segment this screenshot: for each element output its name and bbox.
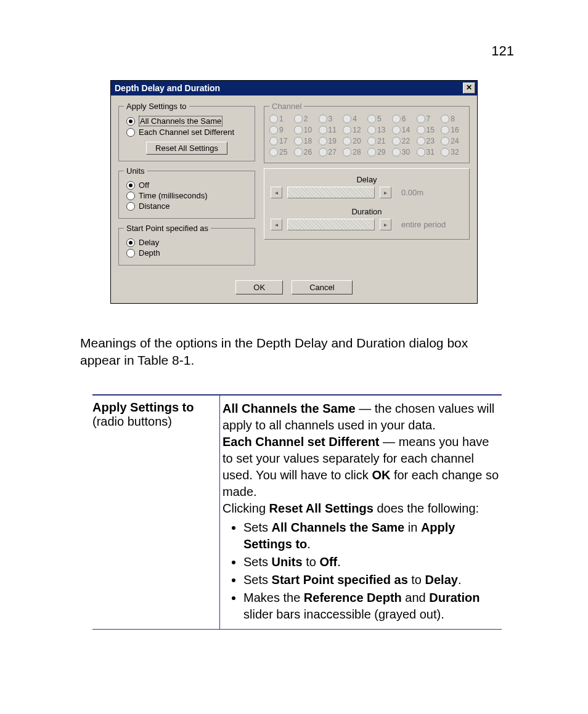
radio-icon	[319, 148, 327, 156]
text: Sets	[243, 555, 272, 569]
channel-radio: 26	[294, 148, 317, 156]
radio-icon	[269, 137, 278, 145]
channel-radio: 24	[441, 137, 464, 145]
list-item: Makes the Reference Depth and Duration s…	[243, 590, 502, 623]
channel-label: 21	[377, 137, 386, 145]
dialog-screenshot: Depth Delay and Duration ✕ Apply Setting…	[110, 80, 478, 304]
channel-radio: 21	[367, 137, 391, 145]
list-item: Sets All Channels the Same in Apply Sett…	[243, 519, 502, 553]
channel-radio: 4	[343, 115, 366, 123]
channel-radio: 10	[294, 126, 317, 134]
radio-icon	[343, 115, 351, 123]
radio-units-distance[interactable]: Distance	[126, 201, 250, 211]
channel-label: 15	[427, 126, 435, 134]
bullet-list: Sets All Channels the Same in Apply Sett…	[243, 519, 502, 623]
ok-button[interactable]: OK	[235, 280, 283, 294]
channel-group: Channel 12345678910111213141516171819202…	[264, 102, 470, 163]
channel-radio: 3	[319, 115, 342, 123]
radio-icon	[126, 249, 135, 258]
radio-label: Depth	[139, 248, 160, 258]
channel-radio: 16	[441, 126, 464, 134]
reset-all-settings-button[interactable]: Reset All Settings	[146, 142, 227, 155]
radio-label: Time (milliseconds)	[139, 191, 207, 200]
radio-icon	[126, 181, 135, 190]
channel-radio: 12	[343, 126, 366, 134]
text: OK	[372, 468, 390, 482]
duration-value: entire period	[401, 220, 446, 229]
delay-label: Delay	[271, 175, 463, 184]
radio-start-depth[interactable]: Depth	[126, 248, 250, 258]
radio-icon	[367, 126, 376, 134]
radio-icon	[319, 115, 327, 123]
text: .	[307, 537, 311, 551]
channel-radio: 2	[294, 115, 317, 123]
radio-units-off[interactable]: Off	[126, 181, 250, 190]
radio-icon	[441, 115, 449, 123]
channel-label: 27	[329, 148, 337, 156]
radio-icon	[441, 137, 449, 145]
apply-legend: Apply Settings to	[124, 102, 189, 111]
text: Sets	[243, 573, 272, 586]
channel-label: 13	[377, 126, 386, 134]
text: Makes the	[243, 591, 304, 604]
radio-icon	[269, 148, 278, 156]
units-group: Units Off Time (milliseconds)	[118, 166, 255, 219]
text: Units	[272, 555, 303, 569]
duration-label: Duration	[271, 207, 463, 216]
radio-icon	[343, 137, 351, 145]
channel-label: 26	[304, 148, 312, 156]
channel-radio: 19	[319, 137, 342, 145]
channel-radio: 5	[367, 115, 391, 123]
radio-icon	[269, 115, 278, 123]
radio-units-time[interactable]: Time (milliseconds)	[126, 191, 250, 200]
cancel-button[interactable]: Cancel	[292, 280, 352, 294]
channel-label: 3	[329, 115, 337, 123]
close-icon[interactable]: ✕	[463, 83, 475, 94]
channel-label: 2	[304, 115, 312, 123]
text: All Channels the Same	[223, 402, 356, 415]
text: Reset All Settings	[269, 501, 374, 515]
radio-label: All Channels the Same	[139, 116, 223, 126]
options-table: Apply Settings to (radio buttons) All Ch…	[92, 394, 502, 630]
radio-start-delay[interactable]: Delay	[126, 238, 250, 247]
channel-grid: 1234567891011121314151617181920212223242…	[269, 115, 464, 156]
channel-radio: 17	[269, 137, 293, 145]
channel-radio: 31	[417, 148, 440, 156]
radio-each-channel-different[interactable]: Each Channel set Different	[126, 128, 250, 137]
start-point-group: Start Point specified as Delay Depth	[118, 224, 255, 266]
units-legend: Units	[124, 166, 147, 176]
arrow-right-icon: ▸	[380, 187, 391, 198]
text: Each Channel set Different	[223, 435, 380, 448]
dialog-title: Depth Delay and Duration	[115, 83, 463, 93]
channel-label: 7	[427, 115, 435, 123]
radio-icon	[319, 137, 327, 145]
page-number: 121	[491, 43, 514, 59]
channel-radio: 27	[319, 148, 342, 156]
radio-icon	[392, 137, 401, 145]
apply-settings-group: Apply Settings to All Channels the Same …	[118, 102, 255, 161]
channel-label: 31	[427, 148, 435, 156]
channel-label: 30	[402, 148, 410, 156]
radio-icon	[367, 115, 376, 123]
text: All Channels the Same	[272, 521, 405, 534]
slider-panel: Delay ◂ ▸ 0.00m Duration	[264, 168, 470, 240]
channel-label: 8	[451, 115, 459, 123]
radio-icon	[294, 126, 303, 134]
radio-icon	[392, 115, 401, 123]
channel-radio: 20	[343, 137, 366, 145]
radio-icon	[417, 115, 425, 123]
channel-radio: 6	[392, 115, 415, 123]
radio-icon	[126, 117, 135, 126]
radio-all-channels-same[interactable]: All Channels the Same	[126, 116, 250, 126]
table-right-cell: All Channels the Same — the chosen value…	[219, 396, 502, 629]
dialog: Depth Delay and Duration ✕ Apply Setting…	[110, 80, 478, 304]
duration-slider	[287, 219, 375, 230]
radio-icon	[367, 137, 376, 145]
text: Clicking	[223, 501, 269, 515]
channel-radio: 7	[417, 115, 440, 123]
channel-label: 1	[279, 115, 288, 123]
channel-label: 32	[451, 148, 459, 156]
channel-legend: Channel	[269, 102, 304, 111]
channel-label: 28	[353, 148, 361, 156]
channel-label: 16	[451, 126, 459, 134]
